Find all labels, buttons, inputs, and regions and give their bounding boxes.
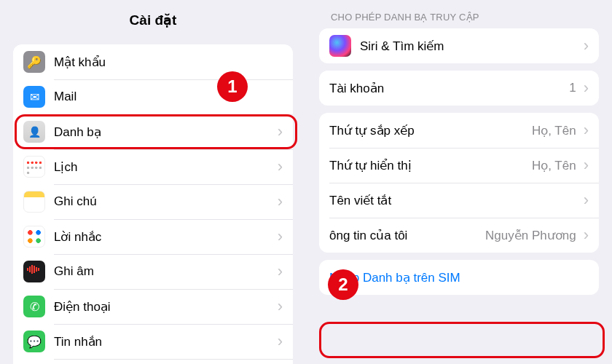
chevron-right-icon: ›: [584, 192, 589, 208]
label-accounts: Tài khoản: [329, 81, 569, 96]
label-notes: Ghi chú: [54, 194, 275, 209]
label-display: Thứ tự hiển thị: [329, 158, 532, 173]
label-voicememo: Ghi âm: [54, 264, 275, 279]
row-import-sim[interactable]: Nhập Danh bạ trên SIM: [319, 260, 599, 295]
row-short-name[interactable]: Tên viết tắt ›: [319, 183, 599, 218]
chevron-right-icon: ›: [278, 298, 283, 314]
page-title: Cài đặt: [0, 0, 306, 40]
chevron-right-icon: ›: [278, 194, 283, 210]
value-myinfo: Nguyễn Phương: [485, 228, 576, 243]
label-calendar: Lịch: [54, 159, 275, 175]
label-messages: Tin nhắn: [54, 334, 275, 349]
value-accounts: 1: [569, 81, 576, 95]
phone-icon: ✆: [23, 296, 45, 317]
settings-item-facetime[interactable]: ▢ FaceTime ›: [13, 359, 293, 364]
settings-item-calendar[interactable]: Lịch ›: [13, 149, 293, 184]
row-my-info[interactable]: ông tin của tôi Nguyễn Phương ›: [319, 218, 599, 253]
section-header-access: CHO PHÉP DANH BẠ TRUY CẬP: [306, 0, 612, 28]
label-siri: Siri & Tìm kiếm: [360, 39, 581, 54]
label-passwords: Mật khẩu: [54, 55, 283, 70]
label-phone: Điện thoại: [54, 299, 275, 314]
settings-list: 🔑 Mật khẩu ✉︎ Mail 👤 Danh bạ › Lịch › Gh…: [13, 44, 293, 364]
messages-icon: 💬: [23, 331, 45, 352]
value-sort: Họ, Tên: [532, 123, 576, 138]
settings-left-pane: Cài đặt 🔑 Mật khẩu ✉︎ Mail 👤 Danh bạ › L…: [0, 0, 306, 364]
value-display: Họ, Tên: [532, 158, 576, 173]
settings-item-voicememo[interactable]: Ghi âm ›: [13, 254, 293, 289]
label-contacts: Danh bạ: [54, 124, 275, 140]
voice-memo-icon: [23, 261, 45, 282]
label-reminders: Lời nhắc: [54, 229, 275, 245]
settings-item-reminders[interactable]: Lời nhắc ›: [13, 219, 293, 254]
group-import-sim: Nhập Danh bạ trên SIM: [319, 260, 599, 295]
contacts-detail-pane: CHO PHÉP DANH BẠ TRUY CẬP Siri & Tìm kiế…: [306, 0, 612, 364]
label-mail: Mail: [54, 90, 283, 104]
chevron-right-icon: ›: [278, 124, 283, 140]
chevron-right-icon: ›: [584, 227, 589, 243]
settings-item-passwords[interactable]: 🔑 Mật khẩu: [13, 44, 293, 79]
key-icon: 🔑: [23, 51, 45, 73]
row-accounts[interactable]: Tài khoản 1 ›: [319, 71, 599, 106]
chevron-right-icon: ›: [584, 157, 589, 173]
group-siri: Siri & Tìm kiếm ›: [319, 28, 599, 63]
group-contacts-options: Thứ tự sắp xếp Họ, Tên › Thứ tự hiển thị…: [319, 113, 599, 253]
notes-icon: [23, 191, 45, 213]
reminders-icon: [23, 226, 45, 248]
label-import-sim: Nhập Danh bạ trên SIM: [329, 270, 589, 285]
chevron-right-icon: ›: [584, 80, 589, 96]
annotation-highlight-2: [319, 322, 605, 358]
chevron-right-icon: ›: [278, 229, 283, 245]
calendar-icon: [23, 156, 45, 178]
chevron-right-icon: ›: [278, 264, 283, 280]
chevron-right-icon: ›: [278, 159, 283, 175]
chevron-right-icon: ›: [584, 122, 589, 138]
settings-item-messages[interactable]: 💬 Tin nhắn ›: [13, 324, 293, 359]
mail-icon: ✉︎: [23, 86, 45, 108]
row-sort-order[interactable]: Thứ tự sắp xếp Họ, Tên ›: [319, 113, 599, 148]
label-sort: Thứ tự sắp xếp: [329, 123, 532, 138]
group-accounts: Tài khoản 1 ›: [319, 71, 599, 106]
settings-item-notes[interactable]: Ghi chú ›: [13, 184, 293, 219]
row-siri-search[interactable]: Siri & Tìm kiếm ›: [319, 28, 599, 63]
siri-icon: [329, 35, 351, 57]
label-shortname: Tên viết tắt: [329, 193, 581, 208]
chevron-right-icon: ›: [584, 38, 589, 54]
chevron-right-icon: ›: [278, 333, 283, 349]
settings-item-contacts[interactable]: 👤 Danh bạ ›: [13, 114, 293, 149]
row-display-order[interactable]: Thứ tự hiển thị Họ, Tên ›: [319, 148, 599, 183]
settings-item-phone[interactable]: ✆ Điện thoại ›: [13, 289, 293, 324]
settings-item-mail[interactable]: ✉︎ Mail: [13, 79, 293, 114]
label-myinfo: ông tin của tôi: [329, 228, 485, 243]
contacts-icon: 👤: [23, 121, 45, 143]
